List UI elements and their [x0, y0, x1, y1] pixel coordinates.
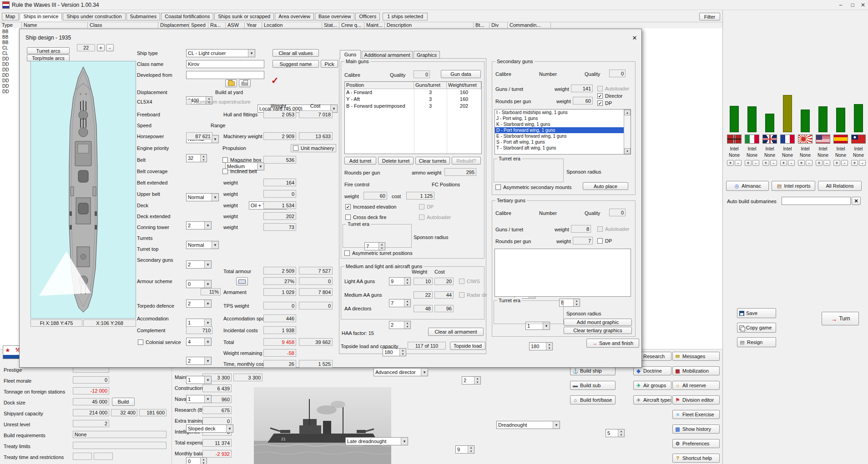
secondary-guns-select[interactable]: 1 [186, 395, 212, 403]
table-row[interactable]: DD [0, 56, 19, 62]
secondary-position-item[interactable]: S - Port aft wing, 1 guns [495, 139, 624, 145]
belt-coverage-select[interactable]: Normal [186, 241, 219, 249]
dialog-close-button[interactable]: ✕ [630, 34, 639, 42]
shortcut-help-button[interactable]: ?Shortcut help [672, 454, 720, 463]
main-sponson-stepper[interactable]: 9 [455, 445, 474, 454]
aircraft-types-button[interactable]: ✈Aircraft types [633, 395, 671, 404]
table-row[interactable]: CL [0, 51, 19, 56]
tab-area-overview[interactable]: Area overview [275, 13, 314, 20]
belt-extended-select[interactable]: 2 [186, 260, 212, 269]
fleet-exercise-button[interactable]: ≈Fleet Exercise [672, 410, 720, 419]
unit-machinery-checkbox[interactable]: Unit machinery [291, 144, 336, 152]
tab-ships-sunk-or-scrapped[interactable]: Ships sunk or scrapped [214, 13, 274, 20]
build-fort-button[interactable]: ⌂Build fort/base [570, 395, 616, 404]
column-header-crewq[interactable]: Crew q... [339, 22, 364, 29]
maximize-button[interactable]: □ [847, 0, 858, 10]
table-row[interactable]: BB [0, 35, 19, 40]
mobilization-button[interactable]: ▦Mobilization [672, 366, 720, 375]
increased-elevation-checkbox[interactable]: Increased elevation [345, 204, 396, 210]
turrets-select[interactable]: 2 [186, 357, 212, 365]
copy-game-button[interactable]: Copy game [737, 323, 776, 333]
intel-increase-france-button[interactable]: + [780, 160, 787, 166]
suggest-name-button[interactable]: Suggest name [273, 60, 319, 68]
turn-button[interactable]: → Turn [822, 312, 859, 325]
belt-select[interactable]: 2 [186, 221, 212, 230]
pick-name-button[interactable]: Pick [321, 60, 338, 68]
intel-increase-japan-button[interactable]: + [798, 160, 805, 166]
scroll-down-icon[interactable]: ▾ [624, 148, 631, 154]
deck-extended-select[interactable]: 1 [186, 319, 212, 327]
intel-decrease-japan-button[interactable]: - [806, 160, 812, 166]
messages-button[interactable]: ✉Messages [672, 352, 720, 361]
tab-graphics[interactable]: Graphics [414, 51, 440, 59]
column-header-asw[interactable]: ASW [226, 22, 245, 29]
tab-submarines[interactable]: Submarines [126, 13, 161, 20]
sec-sponson-stepper[interactable]: 5 [606, 429, 625, 437]
close-window-button[interactable]: ✕ [858, 0, 868, 10]
upper-belt-select[interactable]: 0 [186, 280, 212, 288]
list-scrollbar[interactable]: ▴ ▾ [624, 110, 631, 154]
engine-priority-select[interactable]: Normal [186, 193, 219, 201]
tab-map[interactable]: Map [2, 13, 19, 20]
secondary-position-item[interactable]: T - Starboard aft wing, 1 guns [495, 145, 624, 151]
auto-build-close-button[interactable]: ✕ [852, 197, 861, 205]
air-groups-button[interactable]: ✈Air groups [633, 381, 671, 390]
table-row[interactable]: DD [0, 67, 19, 73]
sec-dp-checkbox[interactable]: DP [597, 100, 612, 106]
cross-deck-fire-checkbox[interactable]: Cross deck fire [345, 214, 386, 220]
column-header-ra[interactable]: Ra... [208, 22, 226, 29]
intel-increase-china-button[interactable]: + [851, 160, 858, 166]
intel-decrease-spain-button[interactable]: - [841, 160, 848, 166]
tab-guns[interactable]: Guns [340, 50, 361, 59]
class-name-input[interactable]: Kirov [186, 60, 264, 68]
clear-tertiary-graphics-button[interactable]: Clear tertiary graphics [564, 327, 632, 334]
intel-decrease-italy-button[interactable]: - [752, 160, 759, 166]
intel-decrease-uk-button[interactable]: - [770, 160, 777, 166]
column-header-div[interactable]: Div [490, 22, 508, 29]
ter-dp-checkbox[interactable]: DP [597, 238, 612, 244]
fc-positions-stepper[interactable]: 2 [462, 376, 481, 384]
table-row[interactable]: CL [0, 45, 19, 51]
tab-base-overview[interactable]: Base overview [315, 13, 355, 20]
table-row[interactable]: DD [0, 84, 19, 89]
intel-decrease-usa-button[interactable]: - [823, 160, 830, 166]
ship-type-select[interactable]: CL - Light cruiser [186, 49, 255, 57]
build-sub-button[interactable]: ▬Build sub [570, 381, 616, 390]
save-button[interactable]: Save [737, 308, 776, 318]
torp-msle-arcs-button[interactable]: Torp/msle arcs [27, 55, 70, 61]
aa-row-stepper[interactable]: 9 [389, 277, 411, 285]
load-design-button[interactable] [225, 80, 237, 87]
almanac-button[interactable]: ◎ Almanac [726, 181, 769, 191]
main-turret-era-select[interactable]: Late dreadnought [345, 437, 408, 445]
tab-ships-under-construction[interactable]: Ships under construction [63, 13, 125, 20]
resign-button[interactable]: ▤ Resign [737, 337, 776, 347]
print-design-button[interactable] [239, 80, 251, 87]
armour-scheme-select[interactable]: Sloped deck [186, 424, 233, 433]
sec-rounds-stepper[interactable]: 180 [529, 342, 553, 350]
clear-all-armament-button[interactable]: Clear all armament [428, 328, 484, 336]
intel-increase-germany-button[interactable]: + [727, 160, 734, 166]
tab-officers[interactable]: Officers [355, 13, 380, 20]
column-header-bt[interactable]: Bt... [474, 22, 490, 29]
delete-turret-button[interactable]: Delete turret [378, 157, 414, 165]
aa-row-stepper[interactable]: 2 [389, 321, 411, 329]
show-history-button[interactable]: ▥Show history [672, 424, 720, 434]
column-header-speed[interactable]: Speed [189, 22, 208, 29]
column-header-commandin[interactable]: Commandin... [508, 22, 551, 29]
armour-scheme-diagram-button[interactable] [236, 277, 248, 285]
column-header-class[interactable]: Class [88, 22, 158, 29]
zoom-in-button[interactable]: + [97, 44, 105, 51]
sec-turret-era-select[interactable]: Dreadnought [496, 421, 560, 429]
intel-increase-italy-button[interactable]: + [745, 160, 752, 166]
developed-from-input[interactable] [186, 71, 264, 79]
filter-button[interactable]: Filter [699, 13, 720, 20]
scroll-track[interactable] [624, 115, 631, 148]
minimize-button[interactable]: – [835, 0, 846, 10]
ship-top-view[interactable] [30, 61, 136, 319]
asymmetric-turrets-checkbox[interactable]: Asymmetric turret positions [344, 250, 413, 256]
inclined-belt-checkbox[interactable]: Inclined belt [222, 168, 257, 175]
intel-decrease-france-button[interactable]: - [788, 160, 795, 166]
main-rounds-stepper[interactable]: 180 [383, 348, 406, 356]
turret-col-position[interactable]: Position [345, 82, 414, 89]
secondary-position-item[interactable]: I - Starboard midships wing, 1 guns [495, 110, 624, 115]
